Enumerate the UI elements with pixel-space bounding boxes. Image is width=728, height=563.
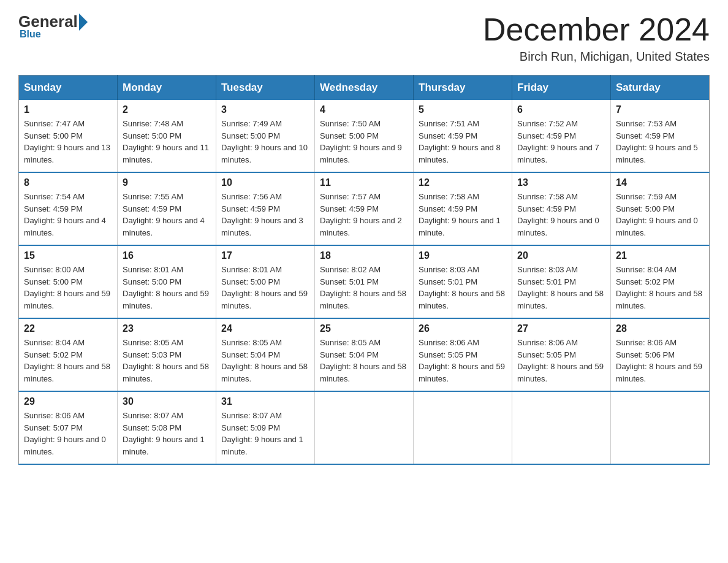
header-friday: Friday <box>512 75 611 101</box>
calendar-cell: 27Sunrise: 8:06 AMSunset: 5:05 PMDayligh… <box>512 318 611 391</box>
day-number: 24 <box>221 323 309 334</box>
calendar-cell <box>512 391 611 464</box>
calendar-cell: 15Sunrise: 8:00 AMSunset: 5:00 PMDayligh… <box>19 245 118 318</box>
day-number: 2 <box>123 104 211 115</box>
day-info: Sunrise: 8:02 AMSunset: 5:01 PMDaylight:… <box>320 264 408 312</box>
calendar-cell: 30Sunrise: 8:07 AMSunset: 5:08 PMDayligh… <box>118 391 216 464</box>
calendar-cell: 20Sunrise: 8:03 AMSunset: 5:01 PMDayligh… <box>512 245 611 318</box>
day-number: 3 <box>221 104 309 115</box>
day-number: 8 <box>24 177 112 188</box>
calendar-cell: 25Sunrise: 8:05 AMSunset: 5:04 PMDayligh… <box>315 318 414 391</box>
calendar-cell: 9Sunrise: 7:55 AMSunset: 4:59 PMDaylight… <box>118 172 216 245</box>
day-number: 29 <box>24 396 112 407</box>
calendar-cell <box>414 391 512 464</box>
day-info: Sunrise: 8:03 AMSunset: 5:01 PMDaylight:… <box>517 264 605 312</box>
header-tuesday: Tuesday <box>216 75 315 101</box>
day-number: 27 <box>517 323 605 334</box>
week-row-4: 22Sunrise: 8:04 AMSunset: 5:02 PMDayligh… <box>19 318 710 391</box>
day-info: Sunrise: 8:06 AMSunset: 5:05 PMDaylight:… <box>419 337 507 385</box>
calendar-cell: 13Sunrise: 7:58 AMSunset: 4:59 PMDayligh… <box>512 172 611 245</box>
calendar-cell: 5Sunrise: 7:51 AMSunset: 4:59 PMDaylight… <box>414 100 512 172</box>
day-number: 7 <box>616 104 704 115</box>
day-info: Sunrise: 7:52 AMSunset: 4:59 PMDaylight:… <box>517 118 605 166</box>
header-monday: Monday <box>118 75 216 101</box>
day-info: Sunrise: 8:05 AMSunset: 5:04 PMDaylight:… <box>221 337 309 385</box>
day-info: Sunrise: 8:05 AMSunset: 5:04 PMDaylight:… <box>320 337 408 385</box>
day-info: Sunrise: 7:47 AMSunset: 5:00 PMDaylight:… <box>24 118 112 166</box>
day-number: 26 <box>419 323 507 334</box>
day-number: 10 <box>221 177 309 188</box>
calendar-cell: 26Sunrise: 8:06 AMSunset: 5:05 PMDayligh… <box>414 318 512 391</box>
logo: General Blue <box>18 12 89 40</box>
calendar-cell: 16Sunrise: 8:01 AMSunset: 5:00 PMDayligh… <box>118 245 216 318</box>
day-number: 14 <box>616 177 704 188</box>
calendar-cell <box>611 391 710 464</box>
logo-arrow-icon <box>79 13 88 31</box>
day-number: 15 <box>24 250 112 261</box>
calendar-cell: 12Sunrise: 7:58 AMSunset: 4:59 PMDayligh… <box>414 172 512 245</box>
day-number: 11 <box>320 177 408 188</box>
calendar-cell: 19Sunrise: 8:03 AMSunset: 5:01 PMDayligh… <box>414 245 512 318</box>
day-number: 1 <box>24 104 112 115</box>
day-number: 31 <box>221 396 309 407</box>
day-info: Sunrise: 7:48 AMSunset: 5:00 PMDaylight:… <box>123 118 211 166</box>
week-row-3: 15Sunrise: 8:00 AMSunset: 5:00 PMDayligh… <box>19 245 710 318</box>
calendar-cell: 31Sunrise: 8:07 AMSunset: 5:09 PMDayligh… <box>216 391 315 464</box>
header-thursday: Thursday <box>414 75 512 101</box>
calendar-cell: 4Sunrise: 7:50 AMSunset: 5:00 PMDaylight… <box>315 100 414 172</box>
calendar-cell: 7Sunrise: 7:53 AMSunset: 4:59 PMDaylight… <box>611 100 710 172</box>
day-number: 23 <box>123 323 211 334</box>
day-info: Sunrise: 8:00 AMSunset: 5:00 PMDaylight:… <box>24 264 112 312</box>
week-row-2: 8Sunrise: 7:54 AMSunset: 4:59 PMDaylight… <box>19 172 710 245</box>
day-info: Sunrise: 8:04 AMSunset: 5:02 PMDaylight:… <box>24 337 112 385</box>
calendar-cell: 14Sunrise: 7:59 AMSunset: 5:00 PMDayligh… <box>611 172 710 245</box>
day-info: Sunrise: 8:06 AMSunset: 5:07 PMDaylight:… <box>24 410 112 458</box>
calendar-cell: 18Sunrise: 8:02 AMSunset: 5:01 PMDayligh… <box>315 245 414 318</box>
calendar-header-row: SundayMondayTuesdayWednesdayThursdayFrid… <box>19 75 710 101</box>
day-number: 4 <box>320 104 408 115</box>
day-number: 6 <box>517 104 605 115</box>
day-info: Sunrise: 8:06 AMSunset: 5:05 PMDaylight:… <box>517 337 605 385</box>
day-info: Sunrise: 8:06 AMSunset: 5:06 PMDaylight:… <box>616 337 704 385</box>
day-info: Sunrise: 7:58 AMSunset: 4:59 PMDaylight:… <box>419 191 507 239</box>
day-number: 22 <box>24 323 112 334</box>
calendar-cell: 17Sunrise: 8:01 AMSunset: 5:00 PMDayligh… <box>216 245 315 318</box>
location-text: Birch Run, Michigan, United States <box>483 50 710 64</box>
day-info: Sunrise: 8:04 AMSunset: 5:02 PMDaylight:… <box>616 264 704 312</box>
calendar-cell: 2Sunrise: 7:48 AMSunset: 5:00 PMDaylight… <box>118 100 216 172</box>
calendar-cell: 22Sunrise: 8:04 AMSunset: 5:02 PMDayligh… <box>19 318 118 391</box>
calendar-cell: 10Sunrise: 7:56 AMSunset: 4:59 PMDayligh… <box>216 172 315 245</box>
header-wednesday: Wednesday <box>315 75 414 101</box>
day-info: Sunrise: 7:58 AMSunset: 4:59 PMDaylight:… <box>517 191 605 239</box>
calendar-table: SundayMondayTuesdayWednesdayThursdayFrid… <box>18 75 710 465</box>
day-number: 13 <box>517 177 605 188</box>
day-number: 20 <box>517 250 605 261</box>
day-number: 17 <box>221 250 309 261</box>
day-number: 12 <box>419 177 507 188</box>
day-info: Sunrise: 7:53 AMSunset: 4:59 PMDaylight:… <box>616 118 704 166</box>
day-number: 19 <box>419 250 507 261</box>
day-info: Sunrise: 7:56 AMSunset: 4:59 PMDaylight:… <box>221 191 309 239</box>
month-title: December 2024 <box>483 12 710 47</box>
day-number: 28 <box>616 323 704 334</box>
day-number: 18 <box>320 250 408 261</box>
calendar-cell: 21Sunrise: 8:04 AMSunset: 5:02 PMDayligh… <box>611 245 710 318</box>
day-info: Sunrise: 7:49 AMSunset: 5:00 PMDaylight:… <box>221 118 309 166</box>
calendar-cell: 1Sunrise: 7:47 AMSunset: 5:00 PMDaylight… <box>19 100 118 172</box>
title-block: December 2024 Birch Run, Michigan, Unite… <box>483 12 710 64</box>
calendar-cell: 28Sunrise: 8:06 AMSunset: 5:06 PMDayligh… <box>611 318 710 391</box>
day-info: Sunrise: 7:59 AMSunset: 5:00 PMDaylight:… <box>616 191 704 239</box>
calendar-cell <box>315 391 414 464</box>
day-info: Sunrise: 7:54 AMSunset: 4:59 PMDaylight:… <box>24 191 112 239</box>
week-row-1: 1Sunrise: 7:47 AMSunset: 5:00 PMDaylight… <box>19 100 710 172</box>
day-info: Sunrise: 7:55 AMSunset: 4:59 PMDaylight:… <box>123 191 211 239</box>
calendar-cell: 24Sunrise: 8:05 AMSunset: 5:04 PMDayligh… <box>216 318 315 391</box>
calendar-cell: 6Sunrise: 7:52 AMSunset: 4:59 PMDaylight… <box>512 100 611 172</box>
day-info: Sunrise: 8:01 AMSunset: 5:00 PMDaylight:… <box>123 264 211 312</box>
calendar-cell: 11Sunrise: 7:57 AMSunset: 4:59 PMDayligh… <box>315 172 414 245</box>
day-number: 9 <box>123 177 211 188</box>
week-row-5: 29Sunrise: 8:06 AMSunset: 5:07 PMDayligh… <box>19 391 710 464</box>
calendar-cell: 23Sunrise: 8:05 AMSunset: 5:03 PMDayligh… <box>118 318 216 391</box>
calendar-cell: 8Sunrise: 7:54 AMSunset: 4:59 PMDaylight… <box>19 172 118 245</box>
calendar-cell: 29Sunrise: 8:06 AMSunset: 5:07 PMDayligh… <box>19 391 118 464</box>
